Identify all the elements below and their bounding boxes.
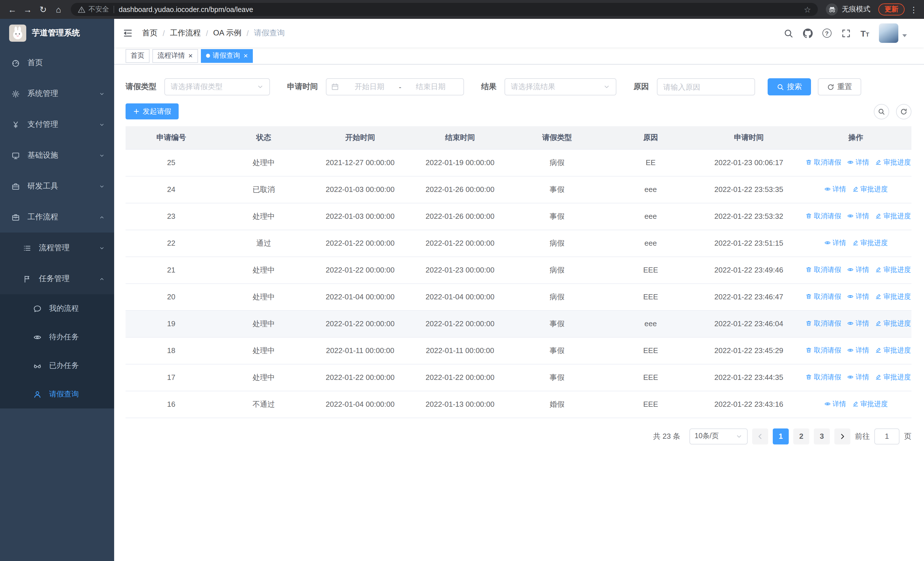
page-button-2[interactable]: 2	[793, 428, 809, 444]
page-button-3[interactable]: 3	[814, 428, 830, 444]
url-bar[interactable]: 不安全 dashboard.yudao.iocoder.cn/bpm/oa/le…	[71, 3, 818, 16]
search-button[interactable]: 搜索	[768, 78, 811, 95]
sidebar-item-todo-task[interactable]: 待办任务	[0, 323, 114, 351]
cancel-leave-link[interactable]: 取消请假	[805, 211, 841, 221]
cancel-leave-link[interactable]: 取消请假	[805, 346, 841, 355]
detail-link[interactable]: 详情	[847, 319, 869, 328]
cell-type: 病假	[510, 230, 604, 257]
tab-leave-query[interactable]: 请假查询×	[201, 49, 253, 63]
browser-menu-icon[interactable]: ⋮	[909, 5, 918, 14]
leave-type-select[interactable]: 请选择请假类型	[164, 78, 270, 95]
sidebar-item-payment[interactable]: 支付管理	[0, 109, 114, 140]
progress-link[interactable]: 审批进度	[875, 265, 911, 275]
result-placeholder: 请选择流结果	[511, 82, 555, 92]
breadcrumb-separator: /	[206, 29, 208, 38]
browser-home-icon[interactable]: ⌂	[51, 2, 66, 17]
sidebar-menu: 首页系统管理支付管理基础设施研发工具工作流程流程管理任务管理我的流程待办任务已办…	[0, 47, 114, 409]
close-icon[interactable]: ×	[188, 52, 193, 59]
sidebar-item-system[interactable]: 系统管理	[0, 78, 114, 109]
screen: ← → ↻ ⌂ 不安全 dashboard.yudao.iocoder.cn/b…	[0, 0, 924, 561]
cell-id: 19	[126, 310, 217, 337]
sidebar-item-dev-tools[interactable]: 研发工具	[0, 171, 114, 202]
cancel-leave-link[interactable]: 取消请假	[805, 319, 841, 328]
close-icon[interactable]: ×	[243, 52, 248, 59]
cell-type: 事假	[510, 364, 604, 391]
browser-reload-icon[interactable]: ↻	[35, 2, 51, 17]
glasses-icon	[33, 361, 42, 370]
progress-link[interactable]: 审批进度	[875, 373, 911, 382]
result-select[interactable]: 请选择流结果	[504, 78, 616, 95]
detail-link[interactable]: 详情	[847, 211, 869, 221]
detail-link[interactable]: 详情	[847, 158, 869, 167]
progress-link[interactable]: 审批进度	[875, 158, 911, 167]
browser-back-icon[interactable]: ←	[4, 2, 20, 17]
progress-link[interactable]: 审批进度	[852, 399, 888, 409]
sidebar-item-infrastructure[interactable]: 基础设施	[0, 140, 114, 171]
github-icon[interactable]	[803, 28, 812, 38]
progress-link[interactable]: 审批进度	[875, 292, 911, 302]
breadcrumb-item[interactable]: OA 示例	[213, 28, 242, 38]
action-label: 审批进度	[884, 319, 911, 328]
incognito-badge: 无痕模式	[826, 3, 870, 15]
cancel-leave-link[interactable]: 取消请假	[805, 265, 841, 275]
sidebar-item-process-mgmt[interactable]: 流程管理	[0, 233, 114, 263]
detail-link[interactable]: 详情	[824, 238, 846, 248]
toggle-search-button[interactable]	[874, 104, 889, 119]
detail-link[interactable]: 详情	[847, 265, 869, 275]
browser-forward-icon[interactable]: →	[20, 2, 35, 17]
cancel-leave-link[interactable]: 取消请假	[805, 373, 841, 382]
table-row: 20处理中2022-01-04 00:00:002022-01-04 00:00…	[126, 283, 912, 310]
progress-link[interactable]: 审批进度	[875, 346, 911, 355]
browser-update-button[interactable]: 更新	[878, 3, 904, 15]
next-page-button[interactable]	[834, 428, 850, 444]
sidebar-item-workflow[interactable]: 工作流程	[0, 202, 114, 233]
progress-link[interactable]: 审批进度	[852, 238, 888, 248]
user-icon	[33, 390, 42, 399]
help-icon[interactable]: ?	[822, 29, 831, 38]
detail-link[interactable]: 详情	[847, 346, 869, 355]
progress-link[interactable]: 审批进度	[875, 319, 911, 328]
font-size-icon[interactable]: TT	[860, 29, 869, 38]
refresh-table-button[interactable]	[896, 104, 912, 119]
prev-page-button[interactable]	[752, 428, 768, 444]
user-menu[interactable]	[879, 23, 907, 43]
tab-process-detail[interactable]: 流程详情×	[152, 49, 198, 63]
sidebar-item-label: 研发工具	[27, 181, 58, 191]
cell-end: 2022-01-22 00:00:00	[410, 310, 510, 337]
reason-input[interactable]	[657, 78, 755, 95]
action-label: 详情	[832, 238, 846, 248]
detail-link[interactable]: 详情	[847, 373, 869, 382]
page-button-1[interactable]: 1	[773, 428, 789, 444]
detail-link[interactable]: 详情	[847, 292, 869, 302]
apply-time-range-picker[interactable]: 开始日期 - 结束日期	[326, 78, 464, 95]
breadcrumb-item[interactable]: 首页	[142, 28, 158, 38]
sidebar-item-task-mgmt[interactable]: 任务管理	[0, 263, 114, 294]
sidebar-item-home[interactable]: 首页	[0, 47, 114, 78]
header-search-icon[interactable]	[783, 28, 793, 38]
sidebar-item-leave-query[interactable]: 请假查询	[0, 380, 114, 409]
sidebar-item-my-process[interactable]: 我的流程	[0, 294, 114, 323]
bookmark-star-icon[interactable]: ☆	[804, 5, 811, 14]
breadcrumb-item[interactable]: 工作流程	[170, 28, 201, 38]
sidebar-item-done-task[interactable]: 已办任务	[0, 351, 114, 380]
sidebar-item-label: 系统管理	[27, 89, 58, 99]
action-label: 详情	[855, 319, 869, 328]
page-size-select[interactable]: 10条/页	[689, 428, 748, 444]
detail-link[interactable]: 详情	[824, 185, 846, 194]
progress-link[interactable]: 审批进度	[875, 211, 911, 221]
tab-home[interactable]: 首页	[126, 49, 150, 63]
goto-page-input[interactable]	[874, 428, 900, 444]
detail-link[interactable]: 详情	[824, 399, 846, 409]
cell-status: 处理中	[217, 283, 310, 310]
reset-button[interactable]: 重置	[818, 78, 861, 95]
cancel-leave-link[interactable]: 取消请假	[805, 292, 841, 302]
create-leave-button[interactable]: 发起请假	[126, 104, 178, 119]
progress-link[interactable]: 审批进度	[852, 185, 888, 194]
cancel-leave-link[interactable]: 取消请假	[805, 158, 841, 167]
fullscreen-icon[interactable]	[841, 28, 850, 38]
sidebar-item-label: 已办任务	[49, 361, 79, 371]
sidebar-collapse-button[interactable]	[123, 28, 133, 38]
action-label: 审批进度	[884, 158, 911, 167]
chevron-down-icon	[99, 90, 105, 97]
action-label: 详情	[855, 158, 869, 167]
